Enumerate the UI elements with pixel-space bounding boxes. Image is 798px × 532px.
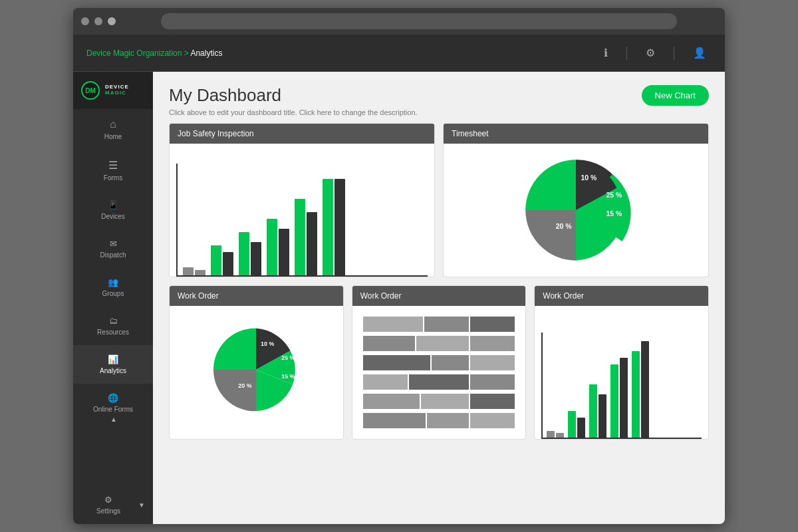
- header-divider-2: [674, 47, 674, 60]
- sidebar-item-label: Analytics: [100, 367, 126, 374]
- sidebar-item-groups[interactable]: 👥 Groups: [73, 268, 153, 307]
- sidebar-settings-label: Settings: [96, 507, 120, 515]
- logo-text-2: MAGIC: [105, 90, 129, 96]
- sidebar-item-label: Home: [104, 133, 122, 140]
- pie-label-20: 20 %: [556, 223, 572, 230]
- resources-icon: 🗂: [109, 316, 118, 326]
- home-icon: ⌂: [110, 118, 116, 130]
- chart-timesheet: Timesheet: [443, 123, 709, 277]
- chart-work-order-2-title: Work Order: [352, 286, 526, 306]
- info-icon[interactable]: ℹ: [598, 44, 613, 62]
- svg-text:15 %: 15 %: [282, 373, 295, 380]
- chart-job-safety: Job Safety Inspection: [169, 123, 435, 277]
- online-forms-icon: 🌐: [108, 393, 118, 403]
- sidebar-item-label: Groups: [102, 290, 124, 297]
- svg-text:10 %: 10 %: [261, 340, 274, 346]
- dispatch-icon: ✉: [110, 239, 117, 249]
- sidebar-item-resources[interactable]: 🗂 Resources: [73, 307, 153, 345]
- devices-icon: 📱: [108, 200, 118, 210]
- groups-icon: 👥: [108, 277, 118, 287]
- pie-label-10: 10 %: [581, 174, 597, 182]
- chart-work-order-3: Work Order: [534, 285, 709, 440]
- chart-work-order-1: Work Order 25 % 15 % 20 %: [169, 285, 344, 440]
- pie-label-15: 15 %: [606, 210, 622, 217]
- dashboard-description: Click above to edit your dashboard title…: [169, 108, 709, 116]
- sidebar-item-dispatch[interactable]: ✉ Dispatch: [73, 229, 153, 268]
- pie-label-25: 25 %: [606, 192, 622, 199]
- work-order-1-pie-svg: 25 % 15 % 20 % 10 %: [203, 318, 309, 428]
- sidebar-item-forms[interactable]: ☰ Forms: [73, 150, 153, 191]
- svg-text:20 %: 20 %: [239, 382, 252, 388]
- sidebar-item-analytics[interactable]: 📊 Analytics: [73, 345, 153, 384]
- logo-icon: DM: [81, 81, 100, 100]
- sidebar-item-label: Forms: [104, 174, 122, 182]
- sidebar-item-label: Online Forms: [93, 406, 133, 413]
- sidebar: DM DEVICE MAGIC ⌂ Home ☰ Forms 📱 Devic: [73, 72, 153, 524]
- app-header: Device Magic Organization > Analytics ℹ …: [73, 35, 725, 72]
- analytics-icon: 📊: [108, 354, 118, 364]
- sidebar-item-settings[interactable]: ⚙ Settings ▼: [73, 485, 153, 524]
- sidebar-item-label: Resources: [97, 329, 129, 336]
- new-chart-button[interactable]: New Chart: [642, 85, 709, 106]
- forms-icon: ☰: [108, 159, 118, 172]
- main-content: My Dashboard New Chart Click above to ed…: [153, 72, 725, 524]
- chart-work-order-2: Work Order: [352, 285, 527, 440]
- chart-work-order-1-title: Work Order: [170, 286, 343, 306]
- sidebar-item-label: Devices: [101, 213, 125, 220]
- user-icon[interactable]: 👤: [688, 44, 712, 62]
- sidebar-item-home[interactable]: ⌂ Home: [73, 109, 153, 150]
- timesheet-pie-svg: 25 % 15 % 20 % 10 %: [513, 150, 639, 270]
- logo: DM DEVICE MAGIC: [73, 72, 153, 109]
- sidebar-item-online-forms[interactable]: 🌐 Online Forms ▲: [73, 384, 153, 432]
- settings-icon[interactable]: ⚙: [640, 44, 660, 62]
- breadcrumb: Device Magic Organization > Analytics: [86, 49, 222, 58]
- dashboard-title[interactable]: My Dashboard: [169, 85, 281, 106]
- settings-gear-icon: ⚙: [104, 495, 112, 505]
- chart-timesheet-title: Timesheet: [444, 124, 708, 144]
- sidebar-item-devices[interactable]: 📱 Devices: [73, 191, 153, 229]
- header-divider-1: [626, 47, 627, 60]
- sidebar-item-label: Dispatch: [100, 251, 126, 259]
- chart-work-order-3-title: Work Order: [535, 286, 708, 306]
- chart-job-safety-title: Job Safety Inspection: [170, 124, 434, 144]
- svg-text:25 %: 25 %: [282, 354, 295, 360]
